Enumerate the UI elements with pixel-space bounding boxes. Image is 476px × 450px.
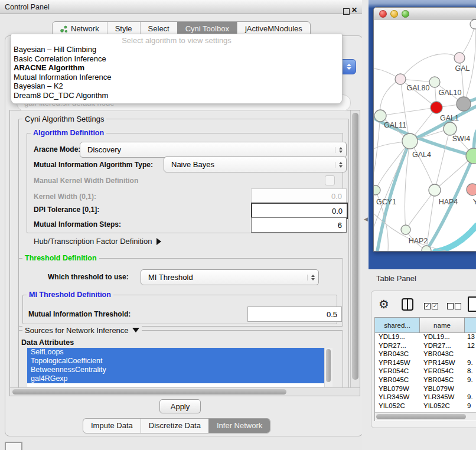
unchecked-checkbox-icon[interactable] <box>455 303 461 309</box>
checked-checkbox-icon[interactable]: ✓ <box>424 303 431 309</box>
kernel-width-value: 0.0 <box>331 192 342 201</box>
algorithm-option[interactable]: Bayesian – K2 <box>11 81 342 91</box>
table-row[interactable]: YER054CYER054C8. <box>375 367 476 376</box>
table-row[interactable]: YBL079WYBL079W <box>375 385 476 394</box>
table-cell: YIL052C <box>420 402 465 409</box>
kernel-width-label: Kernel Width (0,1): <box>34 193 96 201</box>
table-row[interactable]: YBR043CYBR043C <box>375 350 476 359</box>
float-icon[interactable] <box>343 8 350 15</box>
cyni-algorithm-settings-title: Cyni Algorithm Settings <box>22 115 106 123</box>
network-edge[interactable] <box>380 107 436 116</box>
table-cell: YER054C <box>420 367 465 376</box>
network-node[interactable] <box>444 122 457 135</box>
network-node[interactable] <box>429 184 441 196</box>
network-node[interactable] <box>374 110 386 122</box>
data-attributes-list: SelfLoopsTopologicalCoefficientBetweenne… <box>27 348 332 387</box>
mi-threshold-label: Mutual Information Threshold: <box>28 310 131 318</box>
network-window-titlebar[interactable] <box>374 8 476 19</box>
kernel-width-input[interactable]: 0.0 <box>251 188 347 204</box>
which-threshold-combo[interactable]: MI Threshold <box>141 269 319 285</box>
network-edge[interactable] <box>406 190 435 230</box>
page-icon[interactable] <box>468 296 476 312</box>
table-cell: YDL19... <box>375 333 420 342</box>
network-edge[interactable] <box>400 54 459 79</box>
table-cell: YPR145W <box>420 359 465 368</box>
network-edge[interactable] <box>410 141 435 190</box>
minimized-panel-icon[interactable] <box>5 442 22 450</box>
algorithm-option[interactable]: Bayesian – Hill Climbing <box>11 45 342 54</box>
network-edge[interactable] <box>435 129 450 190</box>
network-node[interactable] <box>470 19 476 29</box>
table-cell: YDR27... <box>375 342 420 351</box>
sources-title-label: Sources for Network Inference <box>25 326 129 335</box>
checked-checkbox-icon[interactable]: ✓ <box>432 303 438 309</box>
data-attribute-option[interactable]: BetweennessCentrality <box>27 366 328 374</box>
network-node[interactable] <box>454 53 465 63</box>
column-header-cut[interactable] <box>465 318 476 332</box>
network-node[interactable] <box>429 77 440 87</box>
table-cell: YBL079W <box>375 385 420 394</box>
divider-collapse-icon[interactable]: ◀ <box>364 216 368 222</box>
table-cell: 9 <box>465 402 476 409</box>
table-row[interactable]: YIL052CYIL052C9 <box>375 402 476 409</box>
mi-steps-label: Mutual Information Steps: <box>34 220 121 229</box>
table-row[interactable]: YDL19...YDL19...13 <box>375 333 476 342</box>
sources-title[interactable]: Sources for Network Inference <box>22 326 142 335</box>
tab-discretize-data[interactable]: Discretize Data <box>141 419 208 433</box>
tab-impute-data[interactable]: Impute Data <box>83 419 141 433</box>
dpi-tolerance-input[interactable]: 0.0 <box>251 203 348 219</box>
dpi-tolerance-value: 0.0 <box>332 207 343 216</box>
algorithm-option[interactable]: ARACNE Algorithm <box>11 63 342 73</box>
mi-threshold-input[interactable]: 0.5 <box>247 306 342 322</box>
unchecked-checkbox-icon[interactable] <box>447 303 454 309</box>
gear-icon[interactable]: ⚙ <box>379 297 389 311</box>
table-row[interactable]: YDR27...YDR27...12 <box>375 342 476 351</box>
apply-button[interactable]: Apply <box>159 399 201 413</box>
network-node[interactable] <box>431 102 442 113</box>
settings-hscrollbar[interactable] <box>10 387 360 396</box>
network-node[interactable] <box>374 185 380 195</box>
network-edge[interactable] <box>374 116 380 172</box>
columns-icon[interactable] <box>402 298 413 311</box>
mac-zoom-icon[interactable] <box>402 10 409 18</box>
tab-discretize-data-label: Discretize Data <box>149 419 201 433</box>
table-hscrollbar[interactable] <box>375 412 476 420</box>
network-node[interactable] <box>401 225 410 234</box>
algorithm-option[interactable]: Dream8 DC_TDC Algorithm <box>11 91 342 100</box>
network-node-label: GAL80 <box>407 84 430 92</box>
list-scrollbar[interactable] <box>324 348 332 387</box>
hub-definition-expander[interactable]: Hub/Transcription Factor Definition <box>34 237 161 246</box>
aracne-mode-combo[interactable]: Discovery <box>80 142 347 158</box>
mi-type-combo[interactable]: Naive Bayes <box>164 156 347 172</box>
column-header-shared-name[interactable]: shared... <box>375 318 420 332</box>
table-row[interactable]: YLR345WYLR345W9. <box>375 393 476 402</box>
settings-vscrollbar[interactable] <box>350 110 360 387</box>
combo-stepper-icon[interactable] <box>341 59 356 74</box>
data-attribute-option[interactable]: gal4RGexp <box>27 374 328 383</box>
table-cell: YBR043C <box>375 350 420 359</box>
data-attribute-option[interactable]: SelfLoops <box>27 348 328 357</box>
mi-steps-input[interactable]: 6 <box>251 217 347 233</box>
mi-threshold-definition-title: MI Threshold Definition <box>27 291 113 299</box>
table-row[interactable]: YBR045CYBR045C9. <box>375 376 476 385</box>
close-icon[interactable]: ✕ <box>351 6 357 14</box>
network-node[interactable] <box>395 74 406 84</box>
network-edge-thick[interactable] <box>435 226 476 251</box>
table-row[interactable]: YPR145WYPR145W9. <box>375 359 476 368</box>
tab-infer-network[interactable]: Infer Network <box>208 419 270 433</box>
network-canvas[interactable]: GALGAL80GAL10GAL1GAL11SWI4GAL4GCY1HAP4YH… <box>374 19 476 251</box>
collapse-arrow-icon <box>132 328 139 332</box>
data-attribute-option[interactable]: TopologicalCoefficient <box>27 357 328 366</box>
network-node[interactable] <box>467 184 476 195</box>
algorithm-option[interactable]: Mutual Information Inference <box>11 73 342 82</box>
algorithm-option[interactable]: Basic Correlation Inference <box>11 54 342 64</box>
mac-close-icon[interactable] <box>379 10 387 18</box>
algorithm-dropdown-prompt: Select algorithm to view settings <box>11 36 342 45</box>
manual-kernel-checkbox[interactable] <box>325 175 335 185</box>
table-cell: YBR045C <box>420 376 465 385</box>
network-edge[interactable] <box>464 24 475 104</box>
network-node[interactable] <box>402 133 418 149</box>
mac-minimize-icon[interactable] <box>390 10 398 18</box>
network-node[interactable] <box>457 97 471 111</box>
column-header-name[interactable]: name <box>420 318 465 332</box>
